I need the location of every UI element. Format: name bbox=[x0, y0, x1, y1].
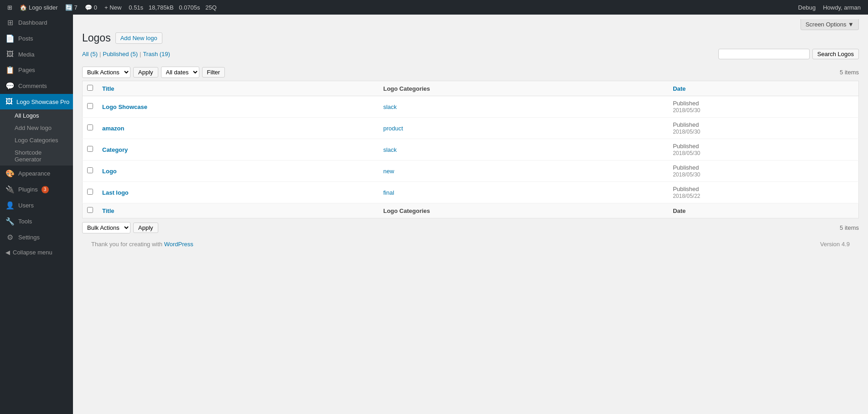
dashboard-icon: ⊞ bbox=[5, 18, 15, 27]
sidebar-item-label: Media bbox=[18, 51, 34, 58]
updates-icon: 🔄 bbox=[65, 4, 73, 11]
table-row: Last logo final Published 2018/05/22 bbox=[83, 182, 859, 203]
dates-filter-select[interactable]: All dates bbox=[161, 67, 199, 78]
new-label: + New bbox=[104, 4, 121, 11]
users-icon: 👤 bbox=[5, 201, 15, 210]
row-title-cell: Logo Showcase bbox=[98, 96, 379, 118]
search-logos-input[interactable] bbox=[718, 49, 810, 59]
debug-menu[interactable]: Debug bbox=[795, 0, 819, 15]
row-title-cell: amazon bbox=[98, 118, 379, 139]
select-all-footer-checkbox[interactable] bbox=[87, 207, 93, 213]
sidebar-item-users[interactable]: 👤 Users bbox=[0, 197, 73, 213]
sidebar-item-dashboard[interactable]: ⊞ Dashboard bbox=[0, 15, 73, 31]
updates-menu[interactable]: 🔄 7 bbox=[62, 0, 81, 15]
perf-time: 0.51s bbox=[129, 4, 143, 11]
row-checkbox[interactable] bbox=[87, 189, 93, 195]
title-footer-sort-link[interactable]: Title bbox=[102, 207, 114, 214]
apply-bottom-button[interactable]: Apply bbox=[133, 223, 158, 233]
row-title-link[interactable]: Last logo bbox=[102, 189, 129, 196]
sidebar-item-logo-showcase-pro[interactable]: 🖼 Logo Showcase Pro bbox=[0, 94, 73, 109]
row-status: Published bbox=[673, 186, 699, 192]
items-count-top: 5 items bbox=[840, 69, 859, 76]
row-date: 2018/05/30 bbox=[673, 171, 700, 178]
sidebar-item-label: Users bbox=[18, 202, 34, 209]
search-area: Search Logos bbox=[718, 49, 859, 59]
comments-menu[interactable]: 💬 0 bbox=[81, 0, 101, 15]
row-category-cell: slack bbox=[379, 139, 668, 160]
date-footer-sort-link[interactable]: Date bbox=[673, 207, 686, 214]
bulk-actions-top-select[interactable]: Bulk Actions bbox=[82, 67, 130, 78]
search-logos-button[interactable]: Search Logos bbox=[812, 49, 859, 59]
comments-count: 0 bbox=[94, 4, 97, 11]
title-sort-link[interactable]: Title bbox=[102, 85, 114, 92]
new-content-menu[interactable]: + New bbox=[101, 0, 125, 15]
wp-link[interactable]: WordPress bbox=[164, 241, 193, 248]
sidebar-item-label: Logo Showcase Pro bbox=[16, 98, 69, 105]
perf-query-count: 25Q bbox=[205, 4, 217, 11]
bulk-actions-bottom-select[interactable]: Bulk Actions bbox=[82, 222, 130, 233]
table-row: Logo new Published 2018/05/30 bbox=[83, 160, 859, 182]
plugins-badge: 3 bbox=[42, 186, 49, 193]
sidebar-item-appearance[interactable]: 🎨 Appearance bbox=[0, 166, 73, 181]
row-category-link[interactable]: product bbox=[383, 125, 403, 132]
submenu-add-new-logo[interactable]: Add New logo bbox=[0, 122, 73, 134]
row-category-link[interactable]: slack bbox=[383, 146, 397, 153]
sidebar-item-tools[interactable]: 🔧 Tools bbox=[0, 213, 73, 229]
row-title-link[interactable]: Logo bbox=[102, 168, 117, 175]
select-all-footer bbox=[83, 203, 98, 218]
row-date: 2018/05/30 bbox=[673, 150, 700, 156]
plugins-icon: 🔌 bbox=[5, 185, 15, 194]
collapse-menu-button[interactable]: ◀ Collapse menu bbox=[0, 245, 73, 259]
filter-published-tab[interactable]: Published (5) bbox=[103, 51, 138, 57]
admin-bar-items: ⊞ 🏠 Logo slider 🔄 7 💬 0 + New 0.51s 18,7… bbox=[4, 0, 795, 15]
filter-tabs: All (5) | Published (5) | Trash (19) bbox=[82, 51, 170, 57]
submenu-all-logos[interactable]: All Logos bbox=[0, 109, 73, 122]
sidebar-item-plugins[interactable]: 🔌 Plugins 3 bbox=[0, 181, 73, 197]
site-name-menu[interactable]: 🏠 Logo slider bbox=[16, 0, 62, 15]
row-category-link[interactable]: slack bbox=[383, 104, 397, 110]
screen-options-button[interactable]: Screen Options ▼ bbox=[800, 19, 859, 30]
body-content: Screen Options ▼ Logos Add New logo All … bbox=[82, 15, 859, 233]
row-title-link[interactable]: Logo Showcase bbox=[102, 104, 147, 110]
sidebar-item-media[interactable]: 🖼 Media bbox=[0, 47, 73, 62]
row-checkbox[interactable] bbox=[87, 124, 93, 130]
select-all-checkbox[interactable] bbox=[87, 85, 93, 91]
filter-button[interactable]: Filter bbox=[202, 67, 225, 78]
table-footer-row: Title Logo Categories Date bbox=[83, 203, 859, 218]
settings-icon: ⚙ bbox=[5, 233, 15, 242]
sidebar-item-comments[interactable]: 💬 Comments bbox=[0, 78, 73, 94]
row-date: 2018/05/30 bbox=[673, 107, 700, 114]
perf-memory: 18,785kB bbox=[149, 4, 174, 11]
submenu-shortcode-generator[interactable]: Shortcode Generator bbox=[0, 146, 73, 166]
row-checkbox[interactable] bbox=[87, 146, 93, 152]
row-category-link[interactable]: new bbox=[383, 168, 394, 175]
wp-logo-menu[interactable]: ⊞ bbox=[4, 0, 16, 15]
perf-info: 0.51s 18,785kB 0.0705s 25Q bbox=[125, 0, 220, 15]
admin-bar: ⊞ 🏠 Logo slider 🔄 7 💬 0 + New 0.51s 18,7… bbox=[0, 0, 868, 15]
row-checkbox[interactable] bbox=[87, 167, 93, 173]
row-checkbox[interactable] bbox=[87, 103, 93, 109]
submenu-label: Logo Categories bbox=[15, 137, 58, 144]
sidebar-item-posts[interactable]: 📄 Posts bbox=[0, 31, 73, 47]
table-row: Logo Showcase slack Published 2018/05/30 bbox=[83, 96, 859, 118]
table-header-row: Title Logo Categories Date bbox=[83, 81, 859, 96]
date-sort-link[interactable]: Date bbox=[673, 85, 686, 92]
row-status: Published bbox=[673, 164, 699, 171]
row-title-link[interactable]: Category bbox=[102, 146, 128, 153]
howdy-menu[interactable]: Howdy, arman bbox=[819, 0, 864, 15]
filter-sep-1: | bbox=[98, 51, 103, 57]
apply-top-button[interactable]: Apply bbox=[133, 67, 158, 78]
page-title: Logos bbox=[82, 32, 111, 44]
submenu-logo-categories[interactable]: Logo Categories bbox=[0, 134, 73, 146]
row-title-link[interactable]: amazon bbox=[102, 125, 124, 132]
sidebar-item-settings[interactable]: ⚙ Settings bbox=[0, 229, 73, 245]
filter-trash-tab[interactable]: Trash (19) bbox=[143, 51, 170, 57]
filter-all-tab[interactable]: All (5) bbox=[82, 51, 98, 57]
logos-table: Title Logo Categories Date Logo Showcase bbox=[82, 81, 859, 218]
debug-label: Debug bbox=[798, 4, 816, 11]
add-new-logo-button[interactable]: Add New logo bbox=[115, 32, 162, 44]
row-category-link[interactable]: final bbox=[383, 189, 394, 196]
sidebar-item-pages[interactable]: 📋 Pages bbox=[0, 62, 73, 78]
date-column-header: Date bbox=[668, 81, 858, 96]
updates-count: 7 bbox=[74, 4, 78, 11]
